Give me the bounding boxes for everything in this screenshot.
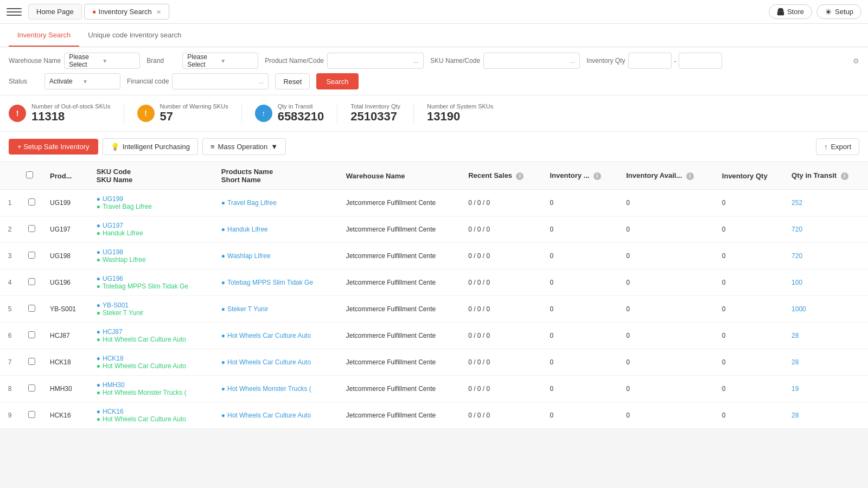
- row-number: 2: [0, 216, 20, 243]
- qty-transit-cell: 720: [785, 243, 868, 269]
- products-name-cell: Totebag MPPS Slim Tidak Ge: [215, 269, 340, 296]
- warning-skus-label: Number of Warning SKUs: [160, 103, 228, 110]
- brand-select[interactable]: Please Select ▼: [182, 53, 258, 69]
- inventory-cell: 0: [543, 190, 620, 216]
- product-name-dots-icon[interactable]: ...: [413, 57, 419, 65]
- sku-code-value: UG196: [97, 275, 208, 282]
- product-name-filter: Product Name/Code ...: [265, 53, 424, 69]
- hamburger-menu[interactable]: [7, 4, 22, 20]
- inventory-cell: 0: [543, 323, 620, 349]
- prod-name-value: Hot Wheels Car Culture Auto: [221, 358, 333, 366]
- status-select[interactable]: Activate ▼: [44, 73, 120, 89]
- row-checkbox[interactable]: [28, 358, 35, 365]
- inventory-avail-info-icon[interactable]: i: [686, 172, 694, 180]
- inventory-cell: 0: [543, 402, 620, 429]
- row-checkbox[interactable]: [28, 252, 35, 259]
- warehouse-cell: Jetcommerce Fulfillment Cente: [340, 269, 462, 296]
- inventory-cell: 0: [543, 349, 620, 376]
- home-tab[interactable]: Home Page: [28, 4, 82, 20]
- product-name-label: Product Name/Code: [265, 57, 324, 65]
- recent-sales-cell: 0 / 0 / 0: [462, 349, 543, 376]
- setup-safe-inventory-button[interactable]: + Setup Safe Inventory: [9, 139, 98, 155]
- inventory-avail-cell: 0: [620, 243, 716, 269]
- inventory-qty-cell: 0: [716, 190, 785, 216]
- th-qty-transit: Qty in Transit i: [785, 162, 868, 190]
- setup-button[interactable]: Setup: [816, 4, 861, 19]
- row-checkbox[interactable]: [28, 198, 35, 206]
- inventory-avail-cell: 0: [620, 216, 716, 243]
- inventory-qty-label: Inventory Qty: [586, 57, 625, 65]
- qty-transit-cell: 252: [785, 190, 868, 216]
- system-skus-label: Number of System SKUs: [427, 103, 493, 110]
- inventory-search-tab[interactable]: ●Inventory Search✕: [84, 4, 169, 20]
- row-checkbox[interactable]: [28, 225, 35, 232]
- sku-cell: UG199 Travel Bag Lifree: [90, 190, 215, 216]
- store-button[interactable]: Store: [769, 4, 812, 19]
- intelligent-purchasing-button[interactable]: 💡 Intelligent Purchasing: [103, 138, 198, 155]
- row-number: 6: [0, 323, 20, 349]
- th-sku: SKU Code SKU Name: [90, 162, 215, 190]
- sku-input[interactable]: [488, 57, 570, 65]
- prod-code-cell: UG199: [43, 190, 90, 216]
- total-inventory-value: 2510337: [350, 110, 400, 124]
- row-checkbox[interactable]: [28, 411, 35, 418]
- sku-name-value: Hot Wheels Car Culture Auto: [97, 336, 208, 343]
- recent-sales-info-icon[interactable]: i: [516, 172, 524, 180]
- total-inventory-label: Total Inventory Qty: [350, 103, 400, 110]
- th-inventory-qty: Inventory Qty: [716, 162, 785, 190]
- inventory-qty-max[interactable]: [679, 53, 722, 69]
- sku-code-value: YB-S001: [97, 301, 208, 309]
- tab-close-icon[interactable]: ✕: [156, 9, 161, 15]
- inventory-cell: 0: [543, 243, 620, 269]
- recent-sales-cell: 0 / 0 / 0: [462, 216, 543, 243]
- th-prod-code: Prod...: [43, 162, 90, 190]
- store-icon: [777, 8, 784, 16]
- sku-dots-icon[interactable]: ...: [570, 57, 575, 65]
- qty-transit-cell: 28: [785, 349, 868, 376]
- inventory-avail-cell: 0: [620, 269, 716, 296]
- inventory-info-icon[interactable]: i: [593, 172, 601, 180]
- financial-code-label: Financial code: [127, 78, 169, 85]
- export-button[interactable]: ↑ Export: [816, 138, 859, 155]
- warehouse-select[interactable]: Please Select ▼: [64, 53, 140, 69]
- mass-operation-button[interactable]: ≡ Mass Operation ▼: [202, 138, 286, 155]
- reset-button[interactable]: Reset: [275, 73, 310, 89]
- sku-code-value: HCJ87: [97, 328, 208, 336]
- th-inventory: Inventory ... i: [543, 162, 620, 190]
- search-button[interactable]: Search: [316, 73, 358, 89]
- table-header-row: Prod... SKU Code SKU Name Products Name …: [0, 162, 868, 190]
- row-checkbox[interactable]: [28, 384, 35, 391]
- top-navigation: Home Page ●Inventory Search✕ Store Setup: [0, 0, 868, 24]
- sku-cell: HMH30 Hot Wheels Monster Trucks (: [90, 376, 215, 402]
- row-checkbox[interactable]: [28, 305, 35, 312]
- financial-code-input[interactable]: [177, 78, 258, 85]
- svg-rect-0: [777, 11, 784, 15]
- row-number: 5: [0, 296, 20, 323]
- product-name-input[interactable]: [332, 57, 413, 65]
- prod-name-value: Hot Wheels Car Culture Auto: [221, 332, 333, 339]
- inventory-qty-cell: 0: [716, 296, 785, 323]
- financial-code-dots-icon[interactable]: ...: [258, 78, 264, 85]
- inventory-qty-min[interactable]: [628, 53, 672, 69]
- sku-cell: HCJ87 Hot Wheels Car Culture Auto: [90, 323, 215, 349]
- select-all-checkbox[interactable]: [26, 171, 33, 178]
- sku-name-value: Hot Wheels Car Culture Auto: [97, 415, 208, 423]
- qty-transit-info-icon[interactable]: i: [841, 172, 848, 180]
- prod-name-value: Hot Wheels Monster Trucks (: [221, 385, 333, 393]
- sku-code-value: HMH30: [97, 381, 208, 389]
- out-of-stock-info: Number of Out-of-stock SKUs 11318: [31, 103, 111, 124]
- row-checkbox-cell: [20, 323, 43, 349]
- tab-inventory-search[interactable]: Inventory Search: [9, 24, 79, 47]
- settings-icon[interactable]: ⚙: [853, 57, 859, 65]
- sku-name-value: Travel Bag Lifree: [97, 203, 208, 210]
- page-header: Inventory Search Unique code inventory s…: [0, 24, 868, 47]
- inventory-avail-cell: 0: [620, 349, 716, 376]
- sku-name-value: Steker T Yunir: [97, 309, 208, 317]
- row-checkbox[interactable]: [28, 278, 35, 285]
- warehouse-cell: Jetcommerce Fulfillment Cente: [340, 296, 462, 323]
- tab-unique-code[interactable]: Unique code inventory search: [79, 24, 190, 47]
- row-checkbox[interactable]: [28, 331, 35, 338]
- row-checkbox-cell: [20, 296, 43, 323]
- qty-transit-cell: 19: [785, 376, 868, 402]
- list-icon: ≡: [210, 143, 215, 151]
